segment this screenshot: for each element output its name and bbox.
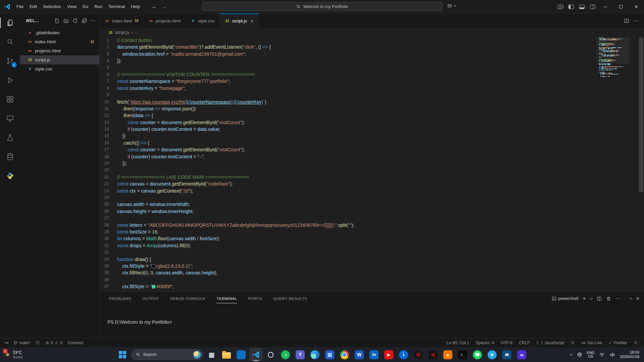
sidebar-item-search[interactable] [0,34,20,50]
panel-tab-ports[interactable]: PORTS [248,292,262,305]
minimize-button[interactable]: ─ [598,0,613,13]
close-panel-icon[interactable]: × [636,296,639,302]
new-terminal-icon[interactable]: + [583,296,586,302]
kill-terminal-icon[interactable] [606,296,611,301]
terminal-icon[interactable]: >_ [456,348,469,361]
panel-more-actions-icon[interactable]: ⋯ [615,296,621,302]
file-row[interactable]: <>index.htmlM [20,37,99,46]
menu-help[interactable]: Help [128,2,143,11]
microsoft-store-icon[interactable] [235,348,248,361]
netflix-icon[interactable]: N [427,348,440,361]
menu-view[interactable]: View [64,2,80,11]
split-terminal-icon[interactable] [597,296,602,301]
new-folder-icon[interactable] [63,18,69,23]
menu-edit[interactable]: Edit [27,2,40,11]
navigate-forward-icon[interactable]: → [162,4,167,10]
spotify-icon[interactable]: ♫ [279,348,292,361]
more-actions-icon[interactable]: ⋯ [91,18,96,24]
mail-icon[interactable]: ✉ [500,348,514,361]
collapse-folders-icon[interactable] [82,18,87,23]
launch-profile-chevron-icon[interactable] [590,297,592,299]
extension-status-item[interactable] [568,339,577,347]
toggle-panel-icon[interactable] [579,5,585,9]
git-branch-item[interactable]: main* [11,339,32,347]
eol-item[interactable]: CRLF [517,339,532,347]
panel-tab-debug-console[interactable]: DEBUG CONSOLE [170,292,206,305]
panel-tab-problems[interactable]: PROBLEMS [109,292,131,305]
close-tab-icon[interactable]: × [251,18,254,24]
command-center-search[interactable]: Welcom to my Portfolio [202,2,443,11]
shell-selector[interactable]: powershell [552,296,579,301]
maximize-button[interactable] [613,0,629,13]
encoding-item[interactable]: UTF-8 [499,339,514,347]
connect-item[interactable]: Connect [66,339,86,347]
split-editor-icon[interactable] [624,18,629,23]
sidebar-item-run-debug[interactable] [0,72,20,88]
menu-terminal[interactable]: Terminal [105,2,128,11]
cursor-position-item[interactable]: Ln 60, Col 1 [445,339,471,347]
notifications-item[interactable] [632,339,640,347]
volume-icon[interactable] [609,352,615,358]
sidebar-item-database[interactable] [0,149,20,165]
tab-index.html[interactable]: <>index.htmlM [100,13,143,28]
toggle-secondary-sidebar-icon[interactable] [590,5,595,9]
panel-tab-query-results[interactable]: QUERY RESULTS [273,292,307,305]
editor-more-actions-icon[interactable]: ⋯ [634,18,639,24]
start-button[interactable] [116,348,129,361]
linkedin-icon[interactable]: in [367,348,381,361]
language-mode-item[interactable]: { } JavaScript [534,339,566,347]
vscode-icon[interactable] [249,348,263,361]
whatsapp-icon[interactable]: ☎ [471,348,484,361]
wifi-icon[interactable] [599,352,605,358]
breadcrumb-symbol[interactable]: ... [135,30,138,35]
menu-selection[interactable]: Selection [40,2,64,11]
sidebar-item-extensions[interactable] [0,91,20,107]
customize-layout-icon[interactable] [558,5,563,9]
breadcrumb[interactable]: JS script.js › ... [100,28,644,37]
weather-widget[interactable]: 1 ☀ 33°C Sunny [0,347,28,362]
vertical-scrollbar[interactable] [639,38,643,192]
sidebar-item-explorer[interactable] [0,15,20,31]
file-row[interactable]: <>projects.html [20,46,99,55]
tab-projects.html[interactable]: <>projects.html [143,13,186,28]
go-live-item[interactable]: Go Live [579,339,604,347]
taskbar-search[interactable]: Search [131,349,203,360]
tab-style.css[interactable]: #style.css [186,13,220,28]
panel-tab-output[interactable]: OUTPUT [142,292,159,305]
sidebar-item-python[interactable] [0,168,20,184]
menu-go[interactable]: Go [80,2,91,11]
menu-run[interactable]: Run [91,2,105,11]
toggle-primary-sidebar-icon[interactable] [568,5,574,9]
youtube-icon[interactable]: ▶ [382,348,396,361]
problems-item[interactable]: ⊘0 ⚠0 [43,339,64,347]
sidebar-item-testing[interactable] [0,130,20,146]
network-globe-icon[interactable] [577,352,582,357]
chrome-icon[interactable] [338,348,351,361]
file-row[interactable]: #style.css [20,64,99,73]
terminal-view[interactable]: PS D:\Welcom to my Portfolio> [100,305,644,325]
indentation-item[interactable]: Spaces: 4 [474,339,496,347]
info-icon[interactable]: i [397,348,410,361]
word-icon[interactable]: W [353,348,366,361]
new-file-icon[interactable] [54,18,60,23]
panel-tab-terminal[interactable]: TERMINAL [216,292,237,305]
file-row[interactable]: ◆.gitattributes [20,28,99,37]
prettier-item[interactable]: ✓ Prettier [606,339,629,347]
file-explorer-icon[interactable] [220,348,233,361]
file-row[interactable]: JSscript.js [20,55,99,64]
task-view-icon[interactable]: ▦ [205,348,218,361]
sync-changes-item[interactable] [34,339,42,347]
minimap[interactable] [599,38,627,77]
close-button[interactable]: × [629,0,644,13]
navigate-back-icon[interactable]: ← [152,4,157,10]
vlc-icon[interactable]: ▲ [441,348,455,361]
explorer-section-header[interactable]: WEL... ⋯ [20,13,99,28]
telegram-icon[interactable]: ✈ [486,348,499,361]
photos-icon[interactable]: ▦ [323,348,337,361]
tray-overflow-chevron-icon[interactable] [569,354,572,356]
opera-icon[interactable]: O [412,348,425,361]
menu-file[interactable]: File [13,2,27,11]
sidebar-item-remote-explorer[interactable] [0,110,20,126]
teams-icon[interactable]: T [294,348,307,361]
copilot-button[interactable] [447,3,456,8]
